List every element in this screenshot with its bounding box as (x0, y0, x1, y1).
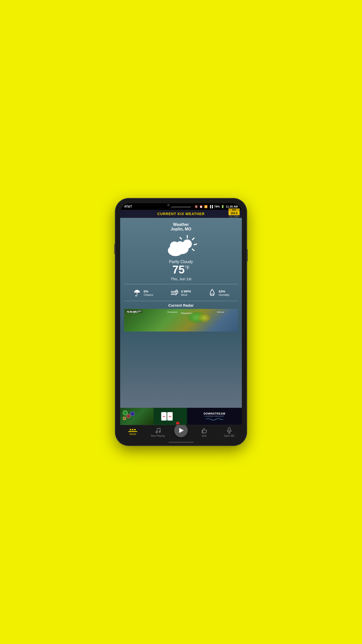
precipitation-info: 0% Chance (144, 290, 153, 296)
weather-section: Weather Joplin, MO (120, 218, 242, 408)
phone-volume-button (114, 244, 115, 254)
time-label: 11:36 AM (226, 205, 238, 208)
nav-item-home[interactable]: Home (124, 429, 142, 435)
weather-icon (163, 233, 199, 259)
weather-date: Thu, Jun 1st (171, 277, 192, 281)
nav-label-now-playing: Now Playing (151, 434, 165, 437)
ad-logo: DOWNSTREAM CASINO RESORT (187, 408, 242, 425)
play-button[interactable] (174, 424, 188, 437)
nav-item-now-playing[interactable]: Now Playing (149, 427, 167, 437)
svg-rect-16 (228, 428, 230, 431)
radar-title: Current Radar (124, 303, 238, 307)
phone-home-bar (168, 442, 194, 443)
nav-label-home: Home (129, 433, 136, 435)
wind-stat: 4 MPH Wind (170, 288, 191, 297)
svg-line-1 (192, 238, 194, 240)
home-dots (130, 429, 136, 430)
map-label-2: Pleasanton (167, 311, 177, 313)
nav-item-play (174, 424, 188, 437)
map-label-3: Warsaw (217, 311, 224, 313)
downstream-wave (206, 418, 223, 421)
battery-label: 78% (214, 205, 220, 208)
radar-image[interactable]: 10:35 AM CDT Pleasanton Farmington Pleas… (124, 309, 238, 332)
status-right: 🔇 ⏰ 📶 ▐▐ 78% 🔋 11:36 AM (195, 205, 238, 208)
humidity-stat: 63% Humidity (208, 288, 230, 297)
humidity-value: 63% (219, 290, 230, 293)
app-header: CURRENT KIX WEATHER KIX 102.5 The 4 Stat… (120, 210, 242, 218)
phone-speaker (171, 206, 191, 208)
weather-title: Weather (173, 222, 189, 227)
wifi-icon: 📶 (204, 205, 208, 208)
nav-item-open-mic[interactable]: Open Mic (220, 427, 238, 437)
kix-frequency: 102.5 (229, 211, 240, 215)
humidity-info: 63% Humidity (219, 290, 230, 296)
home-active-indicator (128, 431, 137, 432)
precipitation-value: 0% (144, 290, 153, 293)
wind-label: Wind (181, 293, 191, 296)
signal-icon: ▐▐ (209, 205, 213, 208)
nav-label-open-mic: Open Mic (224, 434, 235, 437)
weather-divider-top (124, 284, 238, 284)
phone-screen: AT&T 🔇 ⏰ 📶 ▐▐ 78% 🔋 11:36 AM CURRENT KIX… (120, 203, 242, 441)
home-dot-3 (134, 429, 136, 430)
phone-power-button (247, 249, 248, 262)
thumbs-up-icon (201, 427, 207, 434)
alarm-icon: ⏰ (199, 205, 203, 208)
home-dot-1 (130, 429, 131, 430)
bottom-nav: Home Now Playing (120, 425, 242, 441)
kix-logo-name: KIX (229, 209, 240, 211)
app-header-title: CURRENT KIX WEATHER (157, 212, 205, 216)
svg-line-3 (192, 249, 194, 251)
phone-camera (167, 204, 170, 206)
map-label-1: Farmington (127, 311, 138, 313)
humidity-label: Humidity (219, 293, 230, 296)
mute-icon: 🔇 (195, 205, 198, 208)
svg-point-15 (159, 431, 160, 432)
microphone-icon (226, 427, 233, 434)
svg-line-4 (180, 237, 182, 239)
umbrella-icon (132, 288, 142, 297)
precipitation-label: Chance (144, 293, 153, 296)
humidity-icon (208, 288, 217, 297)
ad-banner[interactable]: K♦ A♦ DOWNSTREAM CASINO RESORT (120, 408, 242, 425)
downstream-subtitle: CASINO RESORT (205, 415, 224, 417)
svg-line-2 (194, 244, 197, 245)
weather-stats: 0% Chance 4 MPH Wind (124, 287, 238, 301)
wind-info: 4 MPH Wind (181, 290, 191, 296)
play-icon (179, 428, 184, 433)
music-note-icon (155, 427, 161, 434)
weather-temperature: 75°F (172, 264, 190, 275)
downstream-name: DOWNSTREAM (204, 412, 225, 415)
svg-point-14 (156, 431, 157, 433)
svg-point-13 (176, 241, 184, 249)
battery-icon: 🔋 (221, 205, 224, 208)
casino-cards-image: K♦ A♦ (147, 408, 187, 425)
card-k: K♦ (161, 412, 167, 421)
nav-item-vote[interactable]: Vote (195, 427, 213, 437)
card-a: A♦ (167, 412, 173, 421)
ad-image: K♦ A♦ (120, 408, 187, 425)
weather-divider-bottom (124, 301, 238, 301)
precipitation-stat: 0% Chance (132, 288, 153, 297)
weather-city: Joplin, MO (171, 227, 191, 231)
weather-unit: °F (185, 265, 190, 270)
radar-section: Current Radar 10:35 AM CDT Pleasanton Fa… (124, 303, 238, 332)
wind-value: 4 MPH (181, 290, 191, 293)
nav-label-vote: Vote (202, 434, 207, 437)
wind-icon (170, 288, 179, 297)
home-dot-2 (132, 429, 133, 430)
carrier-label: AT&T (124, 205, 132, 208)
phone-device: AT&T 🔇 ⏰ 📶 ▐▐ 78% 🔋 11:36 AM CURRENT KIX… (116, 199, 246, 445)
